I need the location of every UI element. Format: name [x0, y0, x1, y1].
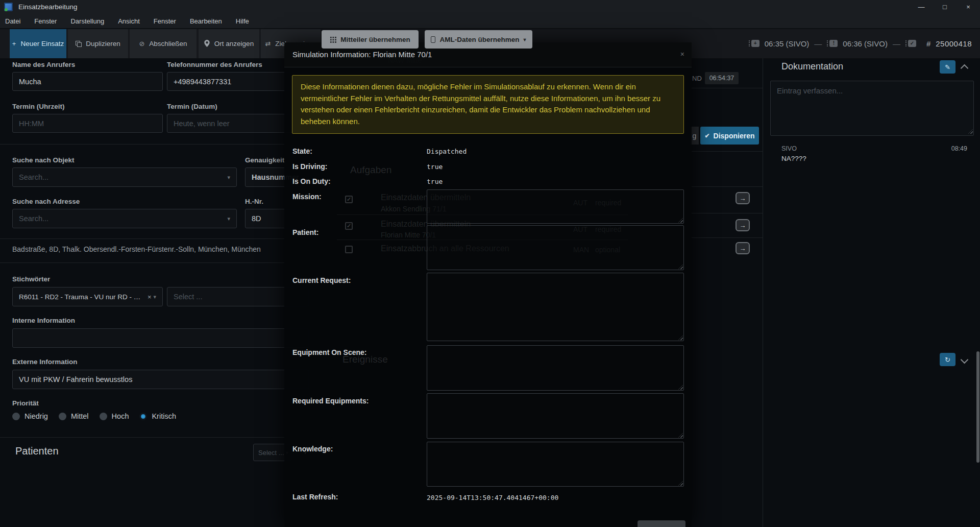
dash-separator: —: [814, 39, 822, 48]
menu-datei[interactable]: Datei: [5, 17, 20, 25]
documentation-entry-textarea[interactable]: [770, 81, 974, 136]
object-search-select[interactable]: Search... ▾: [12, 167, 237, 187]
arrow-right-icon: →: [740, 195, 746, 202]
knowledge-textarea[interactable]: [427, 442, 684, 487]
app-icon-status-dot: [5, 8, 8, 11]
ghost-aufgaben-title: Aufgaben: [350, 164, 391, 176]
menu-ansicht[interactable]: Ansicht: [118, 17, 140, 25]
new-incident-button[interactable]: + Neuer Einsatz: [9, 29, 66, 58]
dropdown-caret-icon: ▾: [223, 174, 230, 181]
remove-tag-icon[interactable]: ×: [148, 293, 152, 301]
required-equipments-textarea[interactable]: [427, 393, 684, 439]
simulation-info-modal: NAW Mitte Aufgaben ✓ Einsatzdaten übermi…: [284, 42, 692, 527]
hash-icon: #: [926, 39, 930, 48]
pencil-icon: ✎: [945, 63, 950, 71]
modal-close-button[interactable]: Schließen: [638, 520, 685, 527]
mission-textarea[interactable]: [427, 189, 684, 224]
divider: [0, 144, 284, 145]
maximize-button[interactable]: □: [933, 0, 957, 14]
route-icon: ⇄: [265, 40, 271, 47]
ghost-checkbox-checked: ✓: [345, 196, 353, 203]
priority-niedrig[interactable]: Niedrig: [12, 412, 48, 420]
show-location-label: Ort anzeigen: [214, 40, 254, 47]
show-location-button[interactable]: Ort anzeigen: [198, 29, 259, 58]
is-on-duty-value: true: [427, 178, 443, 185]
refresh-panel-button[interactable]: ↻: [940, 353, 955, 366]
priority-mittel[interactable]: Mittel: [59, 412, 89, 420]
menu-fenster[interactable]: Fenster: [34, 17, 57, 25]
task-row-divider: [692, 213, 763, 213]
is-driving-label: Is Driving:: [292, 162, 327, 171]
task-execute-button[interactable]: →: [736, 192, 750, 204]
object-search-placeholder: Search...: [19, 173, 48, 181]
last-refresh-value: 2025-09-14T13:50:47.4041467+00:00: [427, 494, 558, 501]
appointment-time-input[interactable]: [12, 114, 163, 133]
appointment-date-label: Termin (Datum): [167, 103, 217, 110]
end-label-fragment: ND: [692, 75, 702, 82]
radio-icon: [100, 413, 107, 420]
minimize-button[interactable]: —: [910, 0, 933, 14]
scrollbar-thumb[interactable]: [976, 351, 979, 463]
keypad-grid-icon: [330, 36, 336, 43]
last-refresh-label: Last Refresh:: [292, 493, 338, 501]
edit-entry-button[interactable]: ✎: [940, 60, 955, 74]
equipment-on-scene-label: Equipment On Scene:: [292, 348, 366, 356]
keywords-tag-select[interactable]: R6011 - RD2 - Trauma - VU nur RD - vi...…: [12, 287, 163, 306]
address-search-select[interactable]: Search... ▾: [12, 209, 237, 228]
expand-panel-chevron-icon[interactable]: [961, 356, 969, 364]
take-aml-button[interactable]: AML-Daten übernehmen ▾: [425, 30, 532, 49]
close-button[interactable]: ×: [957, 0, 980, 14]
priority-hoch[interactable]: Hoch: [100, 412, 129, 420]
task-execute-button[interactable]: →: [736, 242, 750, 254]
time-confirmed-icon: ✓: [905, 40, 916, 47]
finish-button[interactable]: ⊘ Abschließen: [129, 29, 197, 58]
resolved-address: Badstraße, 8D, Thalk. Obersendl.-Forsten…: [12, 245, 261, 253]
patient-textarea[interactable]: [427, 225, 684, 270]
priority-label: Priorität: [12, 399, 39, 407]
ghost-checkbox-checked: ✓: [345, 222, 353, 230]
time-created-icon: +: [749, 40, 760, 47]
end-time-chip: 06:54:37: [705, 72, 739, 84]
keywords-placeholder: Select ...: [174, 293, 202, 301]
task-execute-button[interactable]: →: [736, 219, 750, 231]
toolbar-times: + 06:35 (SIVO) — ! 06:36 (SIVO) — ✓ # 25…: [749, 29, 972, 58]
accuracy-label: Genauigkeit: [245, 156, 284, 164]
take-reporter-button[interactable]: Mitteiler übernehmen: [322, 30, 419, 49]
radio-icon: [12, 413, 20, 420]
menu-darstellung[interactable]: Darstellung: [70, 17, 104, 25]
caller-name-label: Name des Anrufers: [12, 61, 75, 68]
house-number-label: H.-Nr.: [245, 198, 263, 205]
equipment-on-scene-textarea[interactable]: [427, 345, 684, 391]
collapse-panel-chevron-icon[interactable]: [961, 64, 969, 73]
menu-bearbeiten[interactable]: Bearbeiten: [190, 17, 222, 25]
prohibit-icon: ⊘: [139, 40, 144, 47]
window-titlebar: Einsatzbearbeitung — □ ×: [0, 0, 980, 14]
current-request-label: Current Request:: [292, 276, 351, 284]
dropdown-caret-icon: ▾: [223, 215, 230, 222]
external-info-input[interactable]: [12, 370, 309, 389]
current-request-textarea[interactable]: [427, 273, 684, 341]
is-on-duty-label: Is On Duty:: [292, 177, 331, 185]
row-divider: [689, 151, 763, 152]
radio-selected-icon: [139, 413, 147, 420]
time-alerted: 06:36 (SIVO): [843, 39, 888, 48]
knowledge-label: Knowledge:: [292, 445, 333, 453]
duplicate-button[interactable]: Duplizieren: [67, 29, 128, 58]
dispatch-label: Disponieren: [714, 132, 755, 140]
caller-name-input[interactable]: [12, 72, 163, 91]
simulation-warning-box: Diese Informationen dienen dazu, möglich…: [292, 75, 684, 134]
menu-hilfe[interactable]: Hilfe: [236, 17, 249, 25]
menubar: Datei Fenster Darstellung Ansicht Fenste…: [0, 14, 980, 29]
dispatch-button[interactable]: ✔ Disponieren: [700, 127, 759, 145]
appointment-time-label: Termin (Uhrzeit): [12, 103, 65, 110]
menu-fenster-2[interactable]: Fenster: [154, 17, 176, 25]
window-title: Einsatzbearbeitung: [18, 3, 78, 11]
plus-icon: +: [12, 40, 16, 47]
internal-info-input[interactable]: [12, 328, 309, 348]
check-icon: ✔: [705, 132, 710, 139]
task-row-divider: [692, 237, 763, 238]
state-label: State:: [292, 147, 312, 155]
modal-close-icon[interactable]: ×: [680, 51, 684, 58]
priority-kritisch[interactable]: Kritisch: [139, 412, 176, 420]
internal-info-label: Interne Information: [12, 317, 75, 324]
